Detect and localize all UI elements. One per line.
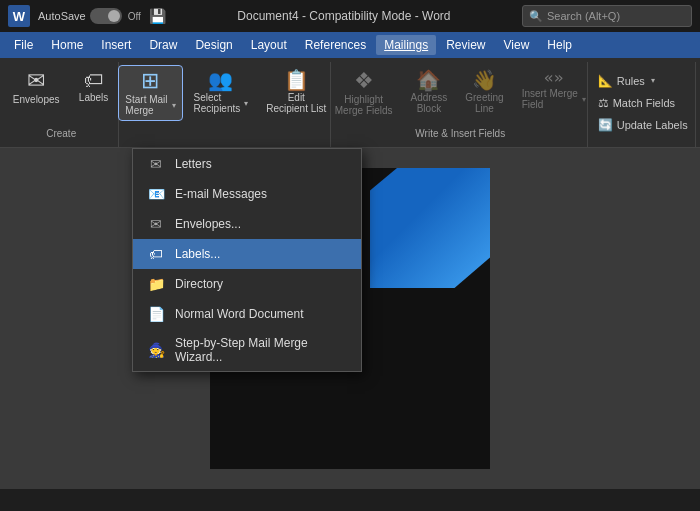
create-buttons: ✉ Envelopes 🏷 Labels — [7, 66, 116, 128]
start-mail-merge-caret: ▾ — [172, 101, 176, 110]
letters-icon: ✉ — [147, 156, 165, 172]
select-recipients-caret: ▾ — [244, 99, 248, 108]
start-mail-merge-icon: ⊞ — [141, 70, 159, 92]
select-recipients-label-row: SelectRecipients ▾ — [194, 92, 249, 114]
rules-caret: ▾ — [651, 76, 655, 85]
select-recipients-label: SelectRecipients — [194, 92, 241, 114]
highlight-merge-fields-icon: ❖ — [354, 70, 374, 92]
envelopes-icon: ✉ — [27, 70, 45, 92]
email-messages-icon: 📧 — [147, 186, 165, 202]
dropdown-item-directory[interactable]: 📁 Directory — [133, 269, 361, 299]
wizard-label: Step-by-Step Mail Merge Wizard... — [175, 336, 347, 364]
menu-file[interactable]: File — [6, 35, 41, 55]
envelopes-dropdown-label: Envelopes... — [175, 217, 241, 231]
labels-button[interactable]: 🏷 Labels — [72, 66, 116, 107]
greeting-line-label: GreetingLine — [465, 92, 503, 114]
ribbon-group-mail-merge: ⊞ Start MailMerge ▾ 👥 SelectRecipients ▾… — [121, 62, 331, 147]
edit-recipient-list-label: EditRecipient List — [266, 92, 326, 114]
dropdown-item-wizard[interactable]: 🧙 Step-by-Step Mail Merge Wizard... — [133, 329, 361, 371]
menu-bar: File Home Insert Draw Design Layout Refe… — [0, 32, 700, 58]
email-messages-label: E-mail Messages — [175, 187, 267, 201]
match-fields-label: Match Fields — [613, 97, 675, 109]
dropdown-item-envelopes[interactable]: ✉ Envelopes... — [133, 209, 361, 239]
menu-view[interactable]: View — [496, 35, 538, 55]
greeting-line-icon: 👋 — [472, 70, 497, 90]
start-mail-merge-button[interactable]: ⊞ Start MailMerge ▾ — [119, 66, 181, 120]
document-title: Document4 - Compatibility Mode - Word — [174, 9, 514, 23]
rules-label: Rules — [617, 75, 645, 87]
menu-references[interactable]: References — [297, 35, 374, 55]
rules-icon: 📐 — [598, 74, 613, 88]
autosave-label: AutoSave — [38, 10, 86, 22]
autosave-toggle[interactable] — [90, 8, 122, 24]
menu-home[interactable]: Home — [43, 35, 91, 55]
match-fields-button[interactable]: ⚖ Match Fields — [594, 94, 692, 112]
directory-label: Directory — [175, 277, 223, 291]
dropdown-item-email-messages[interactable]: 📧 E-mail Messages — [133, 179, 361, 209]
menu-help[interactable]: Help — [539, 35, 580, 55]
labels-dropdown-icon: 🏷 — [147, 246, 165, 262]
start-mail-merge-label-row: Start MailMerge ▾ — [125, 94, 175, 116]
wizard-icon: 🧙 — [147, 342, 165, 358]
start-mail-merge-dropdown: ✉ Letters 📧 E-mail Messages ✉ Envelopes.… — [132, 148, 362, 372]
select-recipients-button[interactable]: 👥 SelectRecipients ▾ — [188, 66, 255, 118]
word-logo-icon: W — [8, 5, 30, 27]
envelopes-label: Envelopes — [13, 94, 60, 105]
dropdown-item-letters[interactable]: ✉ Letters — [133, 149, 361, 179]
search-icon: 🔍 — [529, 10, 543, 23]
menu-insert[interactable]: Insert — [93, 35, 139, 55]
labels-label: Labels — [79, 92, 108, 103]
insert-merge-field-label: Insert MergeField — [522, 88, 578, 110]
dropdown-item-normal-word-document[interactable]: 📄 Normal Word Document — [133, 299, 361, 329]
start-mail-merge-label: Start MailMerge — [125, 94, 167, 116]
ribbon-group-write-insert: ❖ HighlightMerge Fields 🏠 AddressBlock 👋… — [333, 62, 588, 147]
edit-recipient-list-button[interactable]: 📋 EditRecipient List — [260, 66, 332, 118]
insert-merge-field-icon: «» — [544, 70, 563, 86]
labels-dropdown-label: Labels... — [175, 247, 220, 261]
create-group-label: Create — [46, 128, 76, 143]
toggle-knob — [108, 10, 120, 22]
highlight-merge-fields-label: HighlightMerge Fields — [335, 94, 393, 116]
rules-button[interactable]: 📐 Rules ▾ — [594, 72, 692, 90]
search-placeholder: Search (Alt+Q) — [547, 10, 620, 22]
directory-icon: 📁 — [147, 276, 165, 292]
address-block-icon: 🏠 — [416, 70, 441, 90]
menu-design[interactable]: Design — [187, 35, 240, 55]
menu-draw[interactable]: Draw — [141, 35, 185, 55]
insert-merge-field-caret: ▾ — [582, 95, 586, 104]
dropdown-item-labels[interactable]: 🏷 Labels... — [133, 239, 361, 269]
greeting-line-button[interactable]: 👋 GreetingLine — [459, 66, 509, 118]
address-block-button[interactable]: 🏠 AddressBlock — [405, 66, 454, 118]
highlight-merge-fields-button[interactable]: ❖ HighlightMerge Fields — [329, 66, 399, 120]
labels-icon: 🏷 — [84, 70, 104, 90]
menu-layout[interactable]: Layout — [243, 35, 295, 55]
menu-mailings[interactable]: Mailings — [376, 35, 436, 55]
menu-review[interactable]: Review — [438, 35, 493, 55]
normal-word-document-label: Normal Word Document — [175, 307, 303, 321]
match-fields-icon: ⚖ — [598, 96, 609, 110]
update-labels-button[interactable]: 🔄 Update Labels — [594, 116, 692, 134]
edit-recipient-list-icon: 📋 — [284, 70, 309, 90]
ribbon: ✉ Envelopes 🏷 Labels Create ⊞ Start Mail… — [0, 58, 700, 148]
insert-merge-field-label-row: Insert MergeField ▾ — [522, 88, 586, 110]
address-block-label: AddressBlock — [411, 92, 448, 114]
mail-merge-buttons: ⊞ Start MailMerge ▾ 👥 SelectRecipients ▾… — [119, 66, 332, 139]
search-box[interactable]: 🔍 Search (Alt+Q) — [522, 5, 692, 27]
save-icon[interactable]: 💾 — [149, 8, 166, 24]
autosave-toggle-state: Off — [128, 11, 141, 22]
watermark-shape — [370, 168, 490, 288]
letters-label: Letters — [175, 157, 212, 171]
insert-merge-field-button[interactable]: «» Insert MergeField ▾ — [516, 66, 592, 114]
ribbon-group-create: ✉ Envelopes 🏷 Labels Create — [4, 62, 119, 147]
normal-word-document-icon: 📄 — [147, 306, 165, 322]
select-recipients-icon: 👥 — [208, 70, 233, 90]
rules-buttons: 📐 Rules ▾ ⚖ Match Fields 🔄 Update Labels — [594, 66, 692, 139]
ribbon-group-rules: 📐 Rules ▾ ⚖ Match Fields 🔄 Update Labels — [590, 62, 696, 147]
update-labels-label: Update Labels — [617, 119, 688, 131]
envelopes-dropdown-icon: ✉ — [147, 216, 165, 232]
envelopes-button[interactable]: ✉ Envelopes — [7, 66, 66, 109]
write-insert-group-label: Write & Insert Fields — [415, 128, 505, 143]
update-labels-icon: 🔄 — [598, 118, 613, 132]
title-bar: W AutoSave Off 💾 Document4 - Compatibili… — [0, 0, 700, 32]
autosave-area: AutoSave Off — [38, 8, 141, 24]
